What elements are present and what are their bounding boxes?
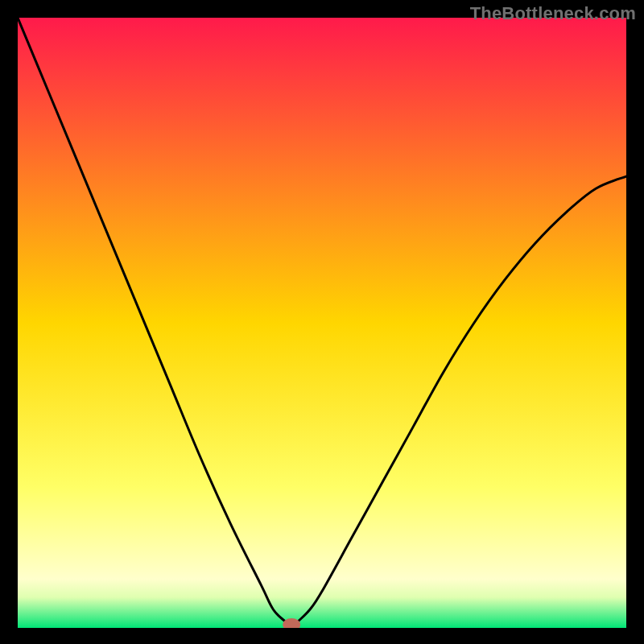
chart-svg xyxy=(18,18,626,628)
plot-area xyxy=(18,18,626,628)
gradient-background xyxy=(18,18,626,628)
watermark-text: TheBottleneck.com xyxy=(470,3,636,24)
chart-container: TheBottleneck.com xyxy=(0,0,644,644)
